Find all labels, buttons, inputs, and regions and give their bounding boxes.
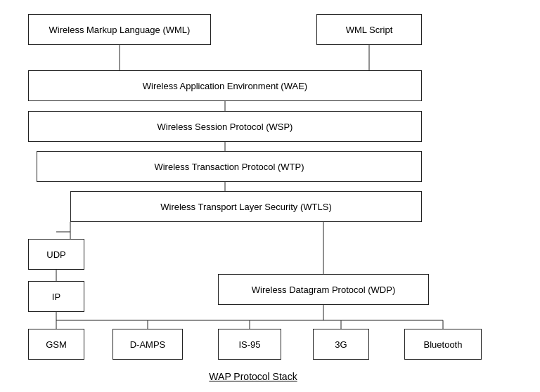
wml-script-box: WML Script xyxy=(316,14,422,45)
diagram-container: Wireless Markup Language (WML) WML Scrip… xyxy=(0,0,540,392)
diagram-caption: WAP Protocol Stack xyxy=(155,371,352,382)
wml-box: Wireless Markup Language (WML) xyxy=(28,14,211,45)
gsm-box: GSM xyxy=(28,329,84,360)
damps-box: D-AMPS xyxy=(112,329,183,360)
3g-box: 3G xyxy=(313,329,369,360)
wsp-box: Wireless Session Protocol (WSP) xyxy=(28,111,422,142)
is95-box: IS-95 xyxy=(218,329,281,360)
ip-box: IP xyxy=(28,281,84,312)
wae-box: Wireless Application Environment (WAE) xyxy=(28,70,422,101)
wtp-box: Wireless Transaction Protocol (WTP) xyxy=(37,151,422,182)
bluetooth-box: Bluetooth xyxy=(404,329,482,360)
udp-box: UDP xyxy=(28,239,84,270)
wdp-box: Wireless Datagram Protocol (WDP) xyxy=(218,274,429,305)
wtls-box: Wireless Transport Layer Security (WTLS) xyxy=(70,191,422,222)
